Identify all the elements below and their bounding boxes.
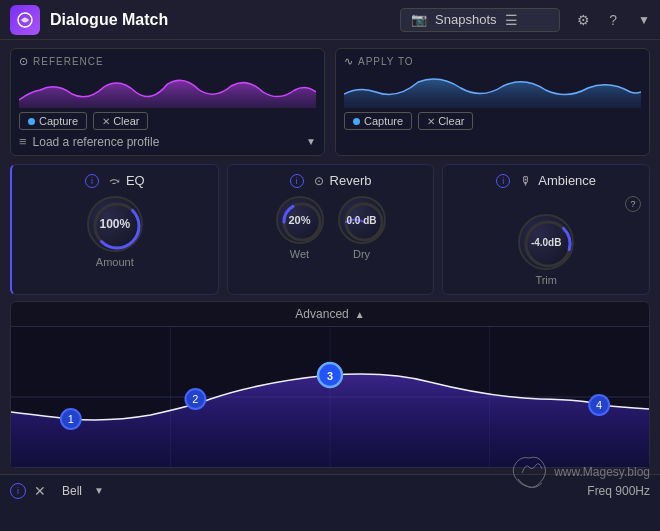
reverb-wet-knob[interactable]: 20% — [276, 196, 324, 244]
advanced-arrow-icon: ▲ — [355, 309, 365, 320]
toolbar-info-icon[interactable]: i — [10, 483, 26, 499]
toolbar-close-icon[interactable]: ✕ — [34, 483, 46, 499]
panels-row: ⊙ REFERENCE Capt — [10, 48, 650, 156]
reference-panel: ⊙ REFERENCE Capt — [10, 48, 325, 156]
ambience-header: i 🎙 Ambience — [451, 173, 641, 188]
ambience-help-icon[interactable]: ? — [625, 196, 641, 212]
reference-load-row[interactable]: ≡ Load a reference profile ▼ — [19, 134, 316, 149]
toolbar-freq-display: Freq 900Hz — [587, 484, 650, 498]
ambience-trim-container: -4.0dB Trim — [518, 214, 574, 286]
snapshots-label: Snapshots — [435, 12, 496, 27]
app-logo — [10, 5, 40, 35]
snapshots-bar[interactable]: 📷 Snapshots ☰ — [400, 8, 560, 32]
svg-text:1: 1 — [68, 413, 74, 425]
advanced-label: Advanced — [295, 307, 348, 321]
apply-clear-button[interactable]: ✕ Clear — [418, 112, 473, 130]
apply-to-icon: ∿ — [344, 55, 354, 68]
ambience-trim-knob[interactable]: -4.0dB — [518, 214, 574, 270]
apply-to-label: ∿ APPLY TO — [344, 55, 641, 68]
ambience-name: Ambience — [538, 173, 596, 188]
eq-header: i ⤼ EQ — [20, 173, 210, 188]
reverb-header: i ⊙ Reverb — [236, 173, 426, 188]
reverb-icon: ⊙ — [314, 174, 324, 188]
eq-knob-container: 100% Amount — [87, 196, 143, 268]
toolbar-band-type: Bell — [62, 484, 82, 498]
reverb-wet-label: Wet — [290, 248, 309, 260]
apply-to-controls: Capture ✕ Clear — [344, 112, 641, 130]
svg-text:4: 4 — [596, 399, 602, 411]
apply-clear-x-icon: ✕ — [427, 116, 435, 127]
reverb-dry-value: 0.0 dB — [346, 215, 376, 226]
eq-waveform-icon: ⤼ — [109, 173, 120, 188]
reverb-knobs: 20% Wet 0.0 dB Dry — [276, 196, 386, 260]
toolbar-type-dropdown-arrow[interactable]: ▼ — [94, 485, 104, 496]
app-title: Dialogue Match — [50, 11, 400, 29]
ambience-icon: 🎙 — [520, 174, 532, 188]
reference-icon: ⊙ — [19, 55, 29, 68]
svg-text:2: 2 — [192, 393, 198, 405]
eq-name: EQ — [126, 173, 145, 188]
ambience-info-icon[interactable]: i — [496, 174, 510, 188]
bottom-toolbar: i ✕ Bell ▼ Freq 900Hz — [0, 474, 660, 506]
app-header: Dialogue Match 📷 Snapshots ☰ ⚙ ? ▼ — [0, 0, 660, 40]
clear-x-icon: ✕ — [102, 116, 110, 127]
apply-panel: ∿ APPLY TO Captu — [335, 48, 650, 156]
apply-capture-button[interactable]: Capture — [344, 112, 412, 130]
eq-amount-knob[interactable]: 100% — [87, 196, 143, 252]
main-content: ⊙ REFERENCE Capt — [0, 40, 660, 474]
reverb-dry-container: 0.0 dB Dry — [338, 196, 386, 260]
header-icons: ⚙ ? ▼ — [572, 9, 650, 31]
snapshots-menu-icon: ☰ — [505, 12, 518, 28]
reverb-module: i ⊙ Reverb 20% Wet — [227, 164, 435, 295]
reference-controls: Capture ✕ Clear — [19, 112, 316, 130]
reverb-wet-value: 20% — [288, 214, 310, 226]
eq-amount-value: 100% — [99, 217, 130, 231]
eq-info-icon[interactable]: i — [85, 174, 99, 188]
eq-graph: 1 2 3 4 — [11, 327, 649, 467]
apply-capture-dot — [353, 118, 360, 125]
apply-to-waveform — [344, 72, 641, 108]
reverb-dry-knob[interactable]: 0.0 dB — [338, 196, 386, 244]
modules-row: i ⤼ EQ 100% Amount i ⊙ Reverb — [10, 164, 650, 295]
eq-amount-label: Amount — [96, 256, 134, 268]
reverb-dry-label: Dry — [353, 248, 370, 260]
hamburger-icon: ≡ — [19, 134, 27, 149]
ambience-trim-label: Trim — [535, 274, 557, 286]
reverb-info-icon[interactable]: i — [290, 174, 304, 188]
reference-clear-button[interactable]: ✕ Clear — [93, 112, 148, 130]
reference-capture-button[interactable]: Capture — [19, 112, 87, 130]
ambience-module: i 🎙 Ambience ? -4.0dB Trim — [442, 164, 650, 295]
reference-label: ⊙ REFERENCE — [19, 55, 316, 68]
snapshot-icon: 📷 — [411, 12, 427, 27]
help-icon[interactable]: ? — [602, 9, 624, 31]
advanced-header[interactable]: Advanced ▲ — [11, 302, 649, 327]
settings-icon[interactable]: ⚙ — [572, 9, 594, 31]
capture-dot — [28, 118, 35, 125]
reference-load-text: Load a reference profile — [33, 135, 301, 149]
svg-text:3: 3 — [327, 370, 333, 382]
reverb-name: Reverb — [330, 173, 372, 188]
reference-waveform — [19, 72, 316, 108]
ambience-trim-value: -4.0dB — [531, 237, 562, 248]
advanced-section: Advanced ▲ — [10, 301, 650, 468]
eq-module: i ⤼ EQ 100% Amount — [10, 164, 219, 295]
reverb-wet-container: 20% Wet — [276, 196, 324, 260]
chevron-down-icon[interactable]: ▼ — [638, 13, 650, 27]
reference-dropdown-arrow: ▼ — [306, 136, 316, 147]
